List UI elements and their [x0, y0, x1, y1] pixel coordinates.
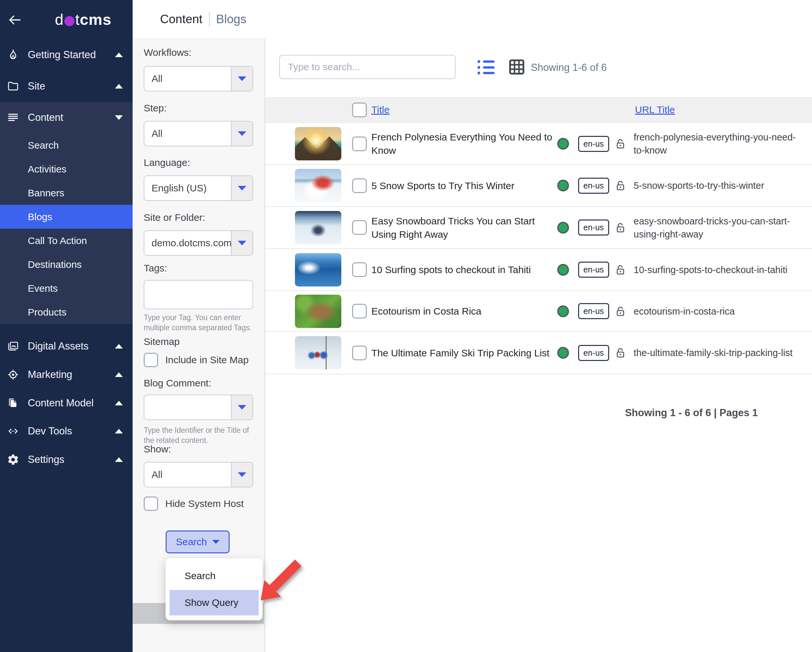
show-label: Show: — [144, 444, 171, 455]
row-checkbox[interactable] — [352, 304, 367, 319]
logo-text-bold: cms — [80, 11, 111, 28]
sidebar-item-activities[interactable]: Activities — [0, 157, 133, 181]
dropdown-button[interactable] — [231, 67, 252, 91]
sidebar-item-settings[interactable]: Settings — [0, 444, 133, 475]
language-select[interactable]: English (US) — [144, 176, 253, 201]
sidebar-content-group: Content Search Activities Banners Blogs … — [0, 102, 133, 324]
dotcms-blogs-page: { "colors": { "sidebar_bg": "#1b2949", "… — [0, 0, 812, 652]
sidebar-subitem-label: Search — [28, 140, 59, 151]
table-row[interactable]: French Polynesia Everything You Need to … — [265, 123, 812, 165]
image-icon — [6, 340, 20, 353]
table-row[interactable]: 10 Surfing spots to checkout in Tahiti e… — [265, 249, 812, 291]
row-checkbox[interactable] — [352, 346, 367, 360]
select-all-checkbox[interactable] — [352, 102, 367, 117]
hide-system-host-checkbox[interactable]: Hide System Host — [144, 496, 244, 511]
row-url-title: ecotourism-in-costa-rica — [633, 305, 807, 318]
sidebar-item-destinations[interactable]: Destinations — [0, 252, 133, 276]
dropdown-button[interactable] — [231, 122, 252, 146]
row-title: 5 Snow Sports to Try This Winter — [371, 179, 514, 192]
search-button[interactable]: Search — [166, 530, 230, 553]
row-url-title: 5-snow-sports-to-try-this-winter — [633, 179, 807, 192]
folder-icon — [6, 80, 20, 93]
sidebar-subitem-label: Call To Action — [28, 235, 87, 246]
row-thumbnail — [295, 169, 341, 202]
row-checkbox[interactable] — [352, 137, 367, 151]
step-label: Step: — [144, 102, 166, 114]
sidebar-item-content-model[interactable]: Content Model — [0, 388, 133, 419]
workflows-select[interactable]: All — [144, 66, 253, 92]
sidebar: d t cms Getting Started Site Content Sea… — [0, 0, 133, 652]
table-row[interactable]: Ecotourism in Costa Rica en-us ecotouris… — [265, 291, 812, 332]
step-select[interactable]: All — [144, 121, 253, 147]
language-badge: en-us — [578, 220, 609, 235]
show-select[interactable]: All — [144, 462, 253, 487]
sidebar-item-digital-assets[interactable]: Digital Assets — [0, 331, 133, 362]
sidebar-item-label: Content Model — [28, 397, 94, 409]
back-arrow-icon[interactable] — [7, 12, 22, 27]
sidebar-item-label: Getting Started — [28, 49, 96, 61]
row-title: The Ultimate Family Ski Trip Packing Lis… — [371, 346, 549, 360]
caret-down-icon — [238, 76, 246, 81]
list-view-icon[interactable] — [478, 60, 495, 75]
row-thumbnail — [295, 127, 341, 160]
logo-text: d — [55, 11, 64, 28]
site-or-folder-select[interactable]: demo.dotcms.com — [144, 230, 253, 256]
caret-down-icon — [238, 241, 246, 245]
dropdown-button[interactable] — [231, 231, 252, 255]
row-checkbox[interactable] — [352, 262, 367, 277]
row-title: Ecotourism in Costa Rica — [371, 304, 481, 318]
row-url-title: 10-surfing-spots-to-checkout-in-tahiti — [633, 263, 807, 276]
column-header-title[interactable]: Title — [371, 104, 390, 115]
checkbox-label: Include in Site Map — [165, 354, 249, 365]
sidebar-item-dev-tools[interactable]: Dev Tools — [0, 415, 133, 447]
sidebar-item-marketing[interactable]: Marketing — [0, 359, 133, 390]
row-thumbnail — [295, 253, 341, 287]
dropdown-button[interactable] — [231, 395, 252, 420]
grid-view-icon[interactable] — [508, 59, 525, 75]
status-published-icon — [557, 180, 569, 191]
sidebar-item-call-to-action[interactable]: Call To Action — [0, 229, 133, 252]
sidebar-subitem-label: Activities — [28, 163, 66, 175]
column-header-url-title[interactable]: URL Title — [635, 104, 675, 115]
logo-dot-icon — [64, 16, 75, 26]
sidebar-item-products[interactable]: Products — [0, 300, 133, 324]
target-icon — [6, 368, 20, 381]
sidebar-item-getting-started[interactable]: Getting Started — [0, 39, 133, 70]
row-checkbox[interactable] — [352, 220, 367, 235]
row-thumbnail — [295, 336, 341, 370]
site-or-folder-label: Site or Folder: — [144, 212, 205, 223]
sitemap-label: Sitemap — [144, 336, 180, 347]
sidebar-item-search[interactable]: Search — [0, 133, 133, 157]
sidebar-item-site[interactable]: Site — [0, 70, 133, 102]
include-in-sitemap-checkbox[interactable]: Include in Site Map — [144, 353, 249, 367]
language-badge: en-us — [578, 262, 609, 278]
site-or-folder-value: demo.dotcms.com — [144, 231, 231, 255]
dropdown-button[interactable] — [231, 463, 252, 487]
logo-text: t — [75, 11, 80, 28]
breadcrumb-section: Content — [160, 12, 203, 26]
sidebar-item-label: Dev Tools — [28, 425, 72, 437]
table-row[interactable]: 5 Snow Sports to Try This Winter en-us 5… — [265, 165, 812, 207]
sidebar-item-events[interactable]: Events — [0, 276, 133, 300]
dropdown-button[interactable] — [231, 176, 252, 200]
sidebar-item-banners[interactable]: Banners — [0, 181, 133, 205]
menu-item-label: Search — [185, 570, 215, 582]
blog-comment-select[interactable] — [144, 395, 253, 420]
row-thumbnail — [295, 211, 341, 244]
step-value: All — [144, 122, 231, 146]
lock-open-icon — [615, 291, 626, 331]
workflows-label: Workflows: — [144, 47, 191, 58]
code-icon — [6, 424, 20, 438]
row-checkbox[interactable] — [352, 179, 367, 193]
dotcms-logo: d t cms — [55, 11, 111, 28]
search-input[interactable] — [279, 55, 456, 79]
table-row[interactable]: Easy Snowboard Tricks You can Start Usin… — [265, 207, 812, 249]
tags-input[interactable] — [144, 280, 253, 309]
sidebar-item-blogs[interactable]: Blogs — [0, 205, 133, 229]
chevron-up-icon — [115, 373, 123, 377]
row-url-title: french-polynesia-everything-you-need-to-… — [633, 131, 807, 157]
breadcrumb-page: Blogs — [216, 12, 247, 26]
sidebar-item-content[interactable]: Content — [0, 102, 133, 133]
table-row[interactable]: The Ultimate Family Ski Trip Packing Lis… — [265, 332, 812, 374]
status-published-icon — [557, 222, 569, 234]
